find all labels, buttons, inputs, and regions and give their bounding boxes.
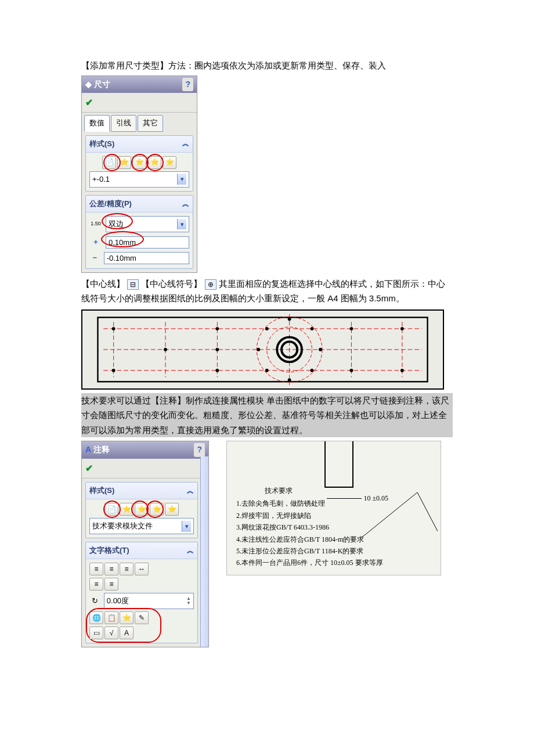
scrollbar[interactable] [200, 456, 208, 647]
leader-line [362, 491, 438, 537]
svg-point-17 [215, 327, 219, 330]
list-item: 5.未注形位公差应符合GB/T 1184-K的要求 [236, 545, 435, 557]
centerline-label-a: 【中心线】 [81, 279, 125, 289]
angle-value: 0.00度 [107, 595, 129, 607]
collapse-icon: ︽ [187, 545, 194, 556]
dropdown-icon: ▾ [182, 521, 191, 532]
surface-finish-button[interactable]: √ [104, 627, 118, 639]
style-label: 样式(S) [89, 138, 114, 150]
angle-icon: ↻ [89, 595, 100, 607]
tab-value[interactable]: 数值 [84, 115, 110, 131]
align-right-button[interactable]: ≡ [120, 563, 134, 575]
tol-minus-input[interactable] [104, 252, 189, 264]
text-format-header[interactable]: 文字格式(T) ︽ [86, 542, 197, 559]
annot-style-label: 样式(S) [89, 484, 114, 497]
part-outline [324, 441, 353, 488]
style-load-button[interactable]: ⭐ [165, 503, 179, 516]
centerline-label-b: 【中心线符号】 [141, 279, 202, 289]
box-text-button[interactable]: A [120, 627, 134, 639]
svg-point-14 [112, 327, 116, 330]
tol-type-row: 1.50 双边 ▾ [89, 216, 189, 232]
style-delete-button[interactable]: ⭐ [135, 503, 149, 516]
tol-mode-icon: 1.50 [89, 221, 102, 226]
svg-line-33 [417, 492, 438, 531]
style-save-button[interactable]: ⭐ [150, 503, 164, 516]
drawing-example [81, 309, 444, 390]
style-value: +-0.1 [92, 173, 110, 186]
spin-down-icon[interactable]: ▼ [186, 601, 191, 606]
ok-check-icon[interactable]: ✔ [85, 98, 93, 107]
svg-point-23 [311, 369, 314, 372]
annot-style-select[interactable]: 技术要求模块文件 ▾ [89, 518, 194, 534]
tab-leader[interactable]: 引线 [111, 115, 136, 131]
collapse-icon: ︽ [182, 198, 189, 210]
svg-point-18 [215, 369, 219, 372]
minus-icon: − [89, 251, 100, 264]
svg-point-31 [400, 369, 404, 372]
align-mid-button[interactable]: ≡ [104, 578, 118, 591]
dimension-icon: ◆ [85, 78, 92, 92]
annot-titlebar: A 注释 ? [82, 441, 208, 459]
tolerance-label: 公差/精度(P) [89, 197, 132, 210]
svg-point-30 [400, 327, 404, 330]
annotation-icon: A [85, 443, 91, 457]
panel-titlebar: ◆ 尺寸 ? [82, 76, 197, 93]
align-left-button[interactable]: ≡ [89, 563, 103, 575]
style-save-button[interactable]: ⭐ [147, 156, 161, 169]
svg-point-21 [311, 327, 314, 330]
svg-point-26 [288, 317, 291, 321]
tab-other[interactable]: 其它 [138, 115, 163, 131]
panel-title: 尺寸 [94, 78, 110, 92]
style-add-button[interactable]: ⭐ [120, 503, 134, 516]
style-apply-button[interactable]: 📄 [104, 503, 118, 516]
text-format-label: 文字格式(T) [89, 544, 129, 557]
help-button[interactable]: ? [182, 78, 193, 92]
center-mark-icon: ⊕ [205, 279, 217, 290]
tab-row: 数值 引线 其它 [82, 113, 197, 131]
svg-point-25 [319, 348, 322, 351]
style-group: 样式(S) ︽ 📄 ⭐ ⭐ ⭐ ⭐ +-0.1 ▾ [85, 135, 193, 192]
tol-plus-input[interactable] [106, 236, 189, 249]
plus-icon: + [89, 236, 102, 249]
centerline-para: 【中心线】 ⊟ 【中心线符号】 ⊕ 其里面相应的复选框选择中心线的样式，如下图所… [81, 276, 453, 306]
align-top-button[interactable]: ≡ [89, 578, 103, 591]
fraction-button[interactable]: ▭ [89, 627, 103, 639]
annot-title: 注释 [93, 443, 110, 457]
tolerance-header[interactable]: 公差/精度(P) ︽ [86, 196, 193, 213]
svg-point-27 [288, 378, 291, 381]
angle-input[interactable]: 0.00度 ▲▼ [104, 593, 194, 609]
svg-line-32 [362, 492, 417, 537]
intro-text: 【添加常用尺寸类型】方法：圈内选项依次为添加或更新常用类型、保存、装入 [81, 58, 453, 73]
style-icon-row: 📄 ⭐ ⭐ ⭐ ⭐ [89, 156, 189, 169]
svg-point-19 [215, 348, 219, 351]
dropdown-icon: ▾ [177, 174, 186, 185]
svg-point-16 [164, 348, 167, 351]
annot-style-header[interactable]: 样式(S) ︽ [86, 483, 197, 499]
tolerance-group: 公差/精度(P) ︽ 1.50 双边 ▾ + − [85, 195, 193, 269]
confirm-row: ✔ [82, 93, 197, 113]
annot-style-icons: 📄 ⭐ ⭐ ⭐ ⭐ [89, 503, 194, 516]
tech-requirement-figure: 10 ±0.05 技术要求 1.去除尖角毛刺，做防锈处理 2.焊接牢固，无焊接缺… [226, 441, 441, 575]
style-select[interactable]: +-0.1 ▾ [89, 171, 189, 188]
tol-type-select[interactable]: 双边 ▾ [106, 216, 189, 232]
svg-point-20 [265, 327, 269, 330]
list-item: 6.本件同一台产品用6件，尺寸 10±0.05 要求等厚 [236, 557, 435, 568]
tol-minus-row: − [89, 251, 189, 264]
help-button[interactable]: ? [194, 443, 205, 457]
style-add-button[interactable]: ⭐ [117, 156, 131, 169]
style-load-button[interactable]: ⭐ [163, 156, 176, 169]
collapse-icon: ︽ [187, 485, 194, 496]
svg-point-29 [350, 369, 353, 372]
svg-point-22 [265, 369, 269, 372]
svg-point-15 [112, 369, 116, 372]
centerline-icon: ⊟ [127, 279, 139, 290]
style-delete-button[interactable]: ⭐ [132, 156, 146, 169]
collapse-icon: ︽ [182, 138, 189, 149]
ok-check-icon[interactable]: ✔ [85, 463, 93, 473]
fit-width-button[interactable]: ↔ [135, 563, 149, 575]
style-header[interactable]: 样式(S) ︽ [86, 136, 193, 153]
align-center-button[interactable]: ≡ [104, 563, 118, 575]
style-apply-button[interactable]: 📄 [102, 156, 116, 169]
svg-point-24 [257, 348, 260, 351]
tol-type-value: 双边 [109, 218, 124, 231]
